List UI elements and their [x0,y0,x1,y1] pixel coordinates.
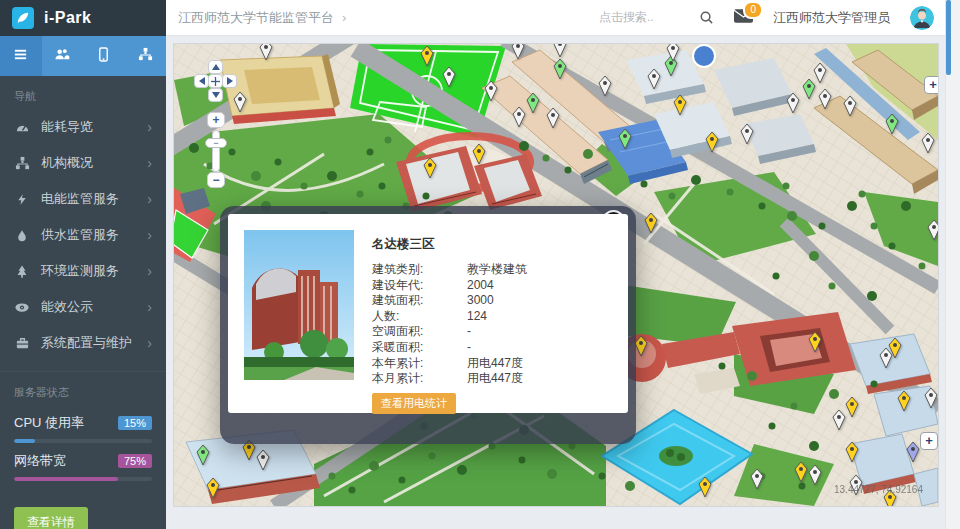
sidebar-item-电能监管服务[interactable]: 电能监管服务› [0,181,166,217]
building-field-row: 人数:124 [372,309,616,325]
map-pin-white[interactable] [785,92,801,114]
field-value: - [467,324,471,340]
map-pin-white[interactable] [552,44,568,58]
view-details-button[interactable]: 查看详情 [14,507,88,529]
map-pin-green[interactable] [552,58,568,80]
building-title: 名达楼三区 [372,236,616,253]
pan-right-button[interactable] [222,74,237,88]
iconbar-users-button[interactable] [42,36,84,76]
map-pin-white[interactable] [739,123,755,145]
pan-down-button[interactable] [208,88,223,102]
map-pin-yellow[interactable] [419,45,435,67]
map-pin-white[interactable] [597,75,613,97]
overview-map-toggle-top[interactable]: + [924,76,938,94]
overview-map-toggle-bottom[interactable]: + [920,432,938,450]
chevron-right-icon: › [147,336,152,350]
map-pin-white[interactable] [923,387,938,409]
bandwidth-bar-fill [14,477,118,481]
map-pin-yellow[interactable] [643,212,659,234]
map-pin-yellow[interactable] [205,477,221,499]
view-electricity-stats-button[interactable]: 查看用电统计 [372,393,456,414]
current-user-name[interactable]: 江西师范大学管理员 [773,9,890,27]
avatar[interactable] [910,6,934,30]
map-pin-white[interactable] [510,44,526,60]
map-pin-yellow[interactable] [672,94,688,116]
map-pin-white[interactable] [842,95,858,117]
zoom-in-button[interactable]: + [207,112,225,128]
sitemap-icon [138,47,153,66]
sidebar-item-能耗导览[interactable]: 能耗导览› [0,109,166,145]
campus-map[interactable]: + − − + + 13.44727, 74.92164 ✕ [174,44,938,506]
sidebar-item-label: 能耗导览 [41,118,136,136]
map-pin-yellow[interactable] [807,331,823,353]
zoom-out-button[interactable]: − [207,172,225,188]
search-input[interactable]: 点击搜索.. [599,9,679,26]
map-pin-purple[interactable] [905,441,921,463]
field-value: 3000 [467,293,494,309]
iconbar-sitemap-button[interactable] [125,36,167,76]
page-scrollbar-track[interactable] [945,0,960,529]
map-pin-white[interactable] [807,464,823,486]
map-pin-white[interactable] [812,62,828,84]
map-pin-white[interactable] [511,106,527,128]
map-pin-white[interactable] [545,107,561,129]
iconbar-tablet-button[interactable] [83,36,125,76]
message-count-badge: 0 [743,1,763,19]
search-icon[interactable] [699,10,714,25]
map-pin-white[interactable] [255,449,271,471]
field-label: 人数: [372,309,467,325]
sidebar-item-系统配置与维护[interactable]: 系统配置与维护› [0,325,166,361]
field-label: 建筑类别: [372,262,467,278]
eye-icon [14,300,30,315]
sidebar-item-label: 供水监管服务 [41,226,136,244]
map-pin-yellow[interactable] [896,390,912,412]
map-pin-green[interactable] [617,128,633,150]
page-scrollbar-thumb[interactable] [946,0,951,75]
map-pin-yellow[interactable] [471,143,487,165]
zoom-slider-track[interactable] [212,130,220,172]
field-label: 采暖面积: [372,340,467,356]
sidebar-item-能效公示[interactable]: 能效公示› [0,289,166,325]
map-pin-white[interactable] [665,44,681,62]
map-pin-green[interactable] [525,92,541,114]
breadcrumb-title[interactable]: 江西师范大学节能监管平台 [178,9,334,27]
map-region: + − − + + 13.44727, 74.92164 ✕ [166,36,946,529]
pan-center-button[interactable] [208,74,223,88]
field-label: 本月累计: [372,371,467,387]
map-pin-white[interactable] [831,409,847,431]
chevron-right-icon: › [147,300,152,314]
droplet-icon [14,228,30,243]
chevron-right-icon: › [147,264,152,278]
map-pin-white[interactable] [646,68,662,90]
sidebar-item-环境监测服务[interactable]: 环境监测服务› [0,253,166,289]
map-pin-yellow[interactable] [697,476,713,498]
zoom-slider-handle[interactable]: − [205,138,227,148]
iconbar-menu-button[interactable] [0,36,42,76]
building-field-row: 建筑面积:3000 [372,293,616,309]
map-pin-white[interactable] [920,132,936,154]
pan-left-button[interactable] [194,74,209,88]
map-pin-white[interactable] [926,219,938,241]
logo-bar: i-Park [0,0,166,36]
map-pin-yellow[interactable] [422,157,438,179]
map-pin-green[interactable] [884,113,900,135]
breadcrumb[interactable]: 江西师范大学节能监管平台 › [178,9,346,27]
pan-up-button[interactable] [208,60,223,74]
sidebar-item-label: 机构概况 [41,154,136,172]
sidebar-item-机构概况[interactable]: 机构概况› [0,145,166,181]
messages-button[interactable]: 0 [734,9,753,27]
map-pin-white[interactable] [749,468,765,490]
map-pin-white[interactable] [817,88,833,110]
map-pin-white[interactable] [441,66,457,88]
tree-icon [14,264,30,279]
map-pin-white[interactable] [878,347,894,369]
map-pin-green[interactable] [195,444,211,466]
sidebar-item-供水监管服务[interactable]: 供水监管服务› [0,217,166,253]
map-pin-yellow[interactable] [844,441,860,463]
chevron-right-icon: › [147,192,152,206]
map-pin-white[interactable] [258,44,274,61]
map-pin-yellow[interactable] [704,131,720,153]
map-pin-white[interactable] [483,80,499,102]
field-value: 2004 [467,278,494,294]
field-label: 本年累计: [372,356,467,372]
